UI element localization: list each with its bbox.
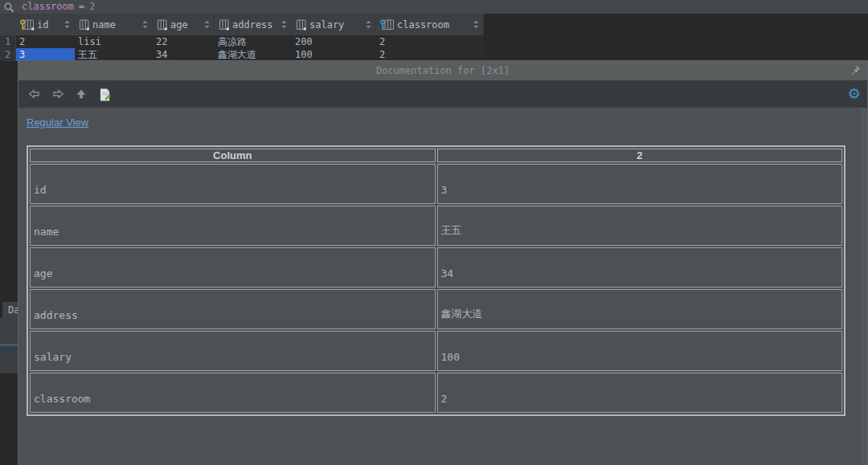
- table-row: 1 2 lisi 22 高凉路 200 2: [0, 35, 484, 48]
- popup-title-bar[interactable]: Documentation for [2x1]: [18, 61, 867, 80]
- cell-age[interactable]: 22: [153, 35, 215, 48]
- column-label: name: [92, 19, 116, 31]
- doc-header-column: Column: [30, 149, 436, 162]
- column-label: classroom: [397, 19, 449, 31]
- doc-value: 3: [437, 164, 843, 204]
- popup-title: Documentation for [2x1]: [376, 65, 510, 76]
- cell-id[interactable]: 2: [16, 35, 75, 48]
- gutter-header: [0, 14, 16, 35]
- scrollbar[interactable]: [861, 108, 867, 465]
- doc-label: salary: [30, 331, 436, 371]
- filter-field: classroom: [22, 0, 74, 14]
- sort-toggle-icon[interactable]: [203, 20, 211, 29]
- doc-value: 鑫湖大道: [437, 289, 843, 329]
- doc-label: address: [30, 289, 436, 329]
- left-panel-fragment: [0, 349, 18, 373]
- row-number: 1: [0, 35, 16, 48]
- search-icon: [3, 2, 14, 13]
- cell-salary[interactable]: 100: [292, 48, 376, 61]
- doc-value: 2: [437, 373, 843, 413]
- column-label: address: [232, 19, 273, 31]
- column-header-address[interactable]: address: [215, 14, 292, 35]
- ide-screen: classroom = 2 id: [0, 0, 868, 465]
- doc-value: 34: [437, 247, 843, 288]
- primary-key-column-icon: [20, 19, 35, 31]
- cell-name[interactable]: 王五: [75, 48, 153, 61]
- doc-header-value: 2: [437, 149, 843, 162]
- back-icon[interactable]: [28, 88, 41, 100]
- grid-header-row: id name age: [0, 14, 484, 35]
- column-label: age: [170, 19, 188, 31]
- doc-label: classroom: [30, 373, 436, 413]
- cell-age[interactable]: 34: [153, 48, 215, 61]
- column-header-id[interactable]: id: [16, 14, 75, 35]
- cell-id-selected[interactable]: 3: [16, 48, 75, 61]
- doc-row-id: id 3: [30, 164, 842, 204]
- cell-classroom[interactable]: 2: [376, 48, 484, 61]
- foreign-key-column-icon: [380, 19, 395, 31]
- sort-toggle-icon[interactable]: [63, 20, 71, 29]
- documentation-content: Regular View Column 2 id 3 name 王五 age 3…: [18, 108, 867, 465]
- column-icon: [296, 19, 307, 31]
- forward-icon[interactable]: [51, 88, 64, 100]
- popup-toolbar: ⚙: [18, 80, 867, 108]
- up-icon[interactable]: [75, 88, 88, 100]
- doc-label: id: [30, 164, 436, 204]
- column-header-classroom[interactable]: classroom: [376, 14, 484, 35]
- doc-label: name: [30, 206, 436, 246]
- grid-filter-bar[interactable]: classroom = 2: [0, 0, 868, 14]
- cell-address[interactable]: 高凉路: [215, 35, 292, 48]
- doc-label: age: [30, 247, 436, 288]
- pin-icon[interactable]: [849, 64, 861, 79]
- doc-value: 王五: [437, 206, 843, 246]
- doc-row-name: name 王五: [30, 206, 842, 246]
- column-label: salary: [309, 19, 344, 31]
- column-icon: [79, 19, 90, 31]
- sort-toggle-icon[interactable]: [365, 20, 372, 29]
- column-header-name[interactable]: name: [75, 14, 153, 35]
- doc-value: 100: [437, 331, 843, 371]
- gear-icon[interactable]: ⚙: [848, 87, 861, 101]
- sort-toggle-icon[interactable]: [280, 20, 288, 29]
- doc-table: Column 2 id 3 name 王五 age 34 address 鑫: [27, 145, 845, 416]
- sort-toggle-icon[interactable]: [473, 20, 480, 29]
- column-label: id: [37, 19, 48, 31]
- documentation-popup: Documentation for [2x1]: [18, 60, 868, 465]
- column-header-age[interactable]: age: [153, 14, 215, 35]
- left-panel-fragment: [0, 318, 18, 344]
- filter-value: 2: [89, 0, 95, 14]
- cell-address[interactable]: 鑫湖大道: [215, 48, 292, 61]
- sort-toggle-icon[interactable]: [141, 20, 149, 29]
- doc-row-age: age 34: [30, 247, 842, 288]
- doc-row-salary: salary 100: [30, 331, 842, 371]
- column-icon: [157, 19, 168, 31]
- edit-source-icon[interactable]: [98, 88, 112, 101]
- tool-window-tab-database[interactable]: Da: [2, 302, 18, 318]
- cell-name[interactable]: lisi: [75, 35, 153, 48]
- cell-classroom[interactable]: 2: [376, 35, 484, 48]
- regular-view-link[interactable]: Regular View: [27, 116, 88, 128]
- doc-table-header-row: Column 2: [30, 149, 842, 162]
- doc-row-classroom: classroom 2: [30, 373, 842, 413]
- row-number: 2: [0, 48, 16, 61]
- cell-salary[interactable]: 200: [292, 35, 376, 48]
- column-icon: [219, 19, 230, 31]
- doc-row-address: address 鑫湖大道: [30, 289, 842, 329]
- filter-operator: =: [79, 0, 84, 14]
- table-row: 2 3 王五 34 鑫湖大道 100 2: [0, 48, 484, 61]
- column-header-salary[interactable]: salary: [292, 14, 376, 35]
